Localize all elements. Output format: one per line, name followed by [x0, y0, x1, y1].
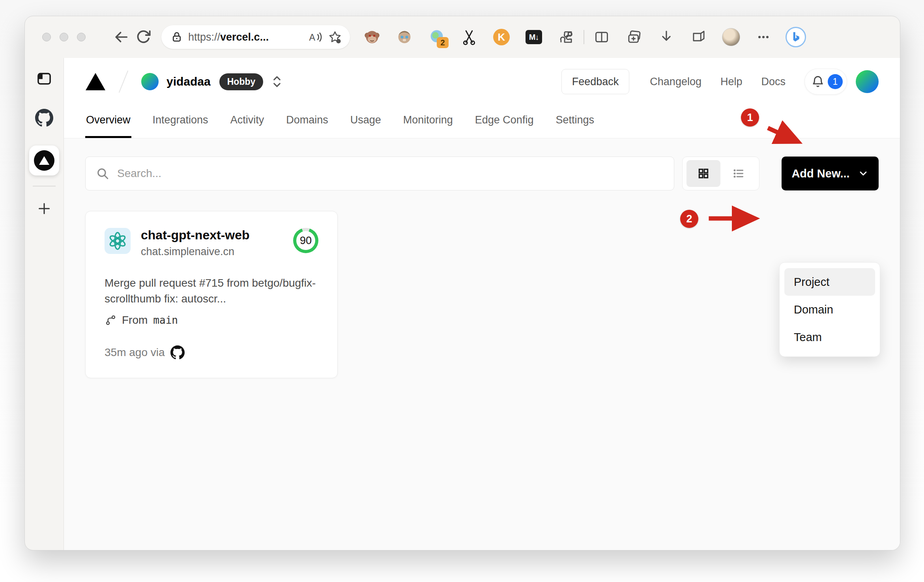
project-card[interactable]: chat-gpt-next-web chat.simplenaive.cn 90… — [85, 211, 338, 378]
branch-prefix: From — [122, 314, 148, 326]
close-window-button[interactable] — [42, 33, 51, 41]
menu-item-domain[interactable]: Domain — [784, 296, 875, 323]
refresh-button[interactable] — [132, 26, 154, 48]
lock-icon — [171, 31, 183, 43]
breadcrumb-slash — [119, 71, 128, 93]
search-input[interactable] — [117, 167, 664, 180]
commit-message[interactable]: Merge pull request #715 from betgo/bugfi… — [105, 275, 318, 307]
tab-activity[interactable]: Activity — [230, 105, 265, 138]
split-screen-button[interactable] — [591, 27, 612, 47]
url-text[interactable]: https://vercel.c... — [188, 31, 303, 43]
tab-usage[interactable]: Usage — [350, 105, 382, 138]
markdown-download-extension-button[interactable]: M↓ — [524, 27, 544, 47]
team-switcher-button[interactable] — [272, 75, 282, 88]
profile-button[interactable] — [721, 27, 741, 47]
add-new-label: Add New... — [791, 167, 849, 180]
face-extension-button[interactable] — [394, 27, 415, 47]
deployed-time: 35m ago via — [105, 346, 165, 359]
tampermonkey-extension-button[interactable] — [362, 27, 382, 47]
extensions-menu-button[interactable] — [556, 27, 576, 47]
tab-vercel-active[interactable] — [29, 146, 59, 175]
back-button[interactable] — [110, 26, 132, 48]
puzzle-icon — [558, 29, 574, 45]
favorite-star-icon[interactable] — [328, 30, 342, 44]
tab-monitoring[interactable]: Monitoring — [402, 105, 454, 138]
vercel-logo-icon[interactable] — [85, 73, 106, 91]
annotation-step-2-badge: 2 — [680, 210, 698, 228]
vertical-tabs-sidebar — [25, 58, 64, 550]
chevron-updown-icon — [272, 75, 282, 88]
project-name[interactable]: chat-gpt-next-web — [141, 228, 293, 242]
collections-button[interactable] — [624, 27, 644, 47]
menu-item-team[interactable]: Team — [784, 323, 875, 351]
scissors-icon — [461, 29, 477, 45]
add-new-dropdown-menu: Project Domain Team — [779, 262, 880, 357]
link-changelog[interactable]: Changelog — [650, 76, 701, 88]
browser-essentials-button[interactable] — [688, 27, 709, 47]
tab-edge-config[interactable]: Edge Config — [474, 105, 535, 138]
lighthouse-score-value: 90 — [300, 235, 312, 247]
list-view-icon — [732, 167, 745, 180]
team-name[interactable]: yidadaa — [166, 75, 211, 88]
kimi-extension-button[interactable]: K — [491, 27, 512, 47]
tab-domains[interactable]: Domains — [285, 105, 329, 138]
tab-settings[interactable]: Settings — [555, 105, 595, 138]
back-icon — [113, 29, 129, 45]
toolbar-divider — [584, 30, 584, 44]
zoom-window-button[interactable] — [77, 33, 86, 41]
downloads-button[interactable] — [656, 27, 677, 47]
link-docs[interactable]: Docs — [761, 76, 786, 88]
browser-essentials-icon — [690, 29, 707, 45]
search-icon — [96, 167, 109, 180]
bell-icon — [811, 75, 825, 88]
window-controls — [42, 33, 86, 41]
grid-view-icon — [697, 167, 710, 180]
project-search — [85, 157, 674, 190]
tab-github[interactable] — [32, 106, 56, 130]
grid-view-button[interactable] — [686, 160, 720, 187]
annotation-step-1-badge: 1 — [741, 108, 759, 127]
refresh-icon — [135, 29, 151, 45]
settings-menu-button[interactable] — [753, 27, 774, 47]
address-bar[interactable]: https://vercel.c... A — [161, 25, 350, 49]
ellipsis-icon — [756, 29, 771, 45]
team-avatar[interactable] — [141, 73, 159, 90]
list-view-button[interactable] — [722, 160, 756, 187]
notifications-button[interactable]: 1 — [804, 69, 847, 95]
notification-count-badge: 1 — [828, 74, 843, 89]
view-toggle — [682, 157, 759, 190]
user-avatar[interactable] — [856, 70, 879, 93]
new-tab-button[interactable] — [32, 197, 56, 220]
tab-integrations[interactable]: Integrations — [152, 105, 209, 138]
tab-overview[interactable]: Overview — [85, 105, 131, 138]
add-new-button[interactable]: Add New... — [782, 157, 879, 190]
menu-item-project[interactable]: Project — [784, 268, 875, 296]
sloth-face-icon — [396, 28, 413, 46]
branch-row: From main — [105, 314, 318, 326]
github-source-icon — [170, 345, 185, 360]
vercel-dashboard-page: yidadaa Hobby Feedback Changelog Help Do… — [64, 58, 900, 550]
link-help[interactable]: Help — [720, 76, 743, 88]
feedback-button[interactable]: Feedback — [561, 69, 630, 94]
lighthouse-score-ring[interactable]: 90 — [293, 228, 318, 253]
extension-row: 2 K M↓ — [362, 27, 576, 47]
deployment-info: 35m ago via — [105, 345, 318, 360]
split-screen-icon — [593, 29, 610, 45]
svg-text:A: A — [309, 32, 316, 43]
minimize-window-button[interactable] — [60, 33, 68, 41]
markdown-download-icon: M↓ — [526, 30, 542, 44]
overview-content: Add New... — [64, 138, 900, 550]
git-branch-icon — [105, 314, 116, 326]
tab-panel-icon — [36, 70, 53, 87]
bing-chat-button[interactable] — [786, 27, 806, 47]
kimi-icon: K — [493, 29, 510, 45]
read-aloud-icon[interactable]: A — [308, 30, 322, 44]
scissors-extension-button[interactable] — [459, 27, 479, 47]
tab-panel-toggle-button[interactable] — [32, 67, 56, 90]
sidebar-divider — [33, 186, 56, 187]
proxy-badge: 2 — [437, 37, 449, 48]
branch-name[interactable]: main — [153, 314, 178, 326]
project-domain[interactable]: chat.simplenaive.cn — [141, 246, 293, 258]
proxy-extension-button[interactable]: 2 — [426, 27, 447, 47]
download-icon — [658, 29, 675, 45]
